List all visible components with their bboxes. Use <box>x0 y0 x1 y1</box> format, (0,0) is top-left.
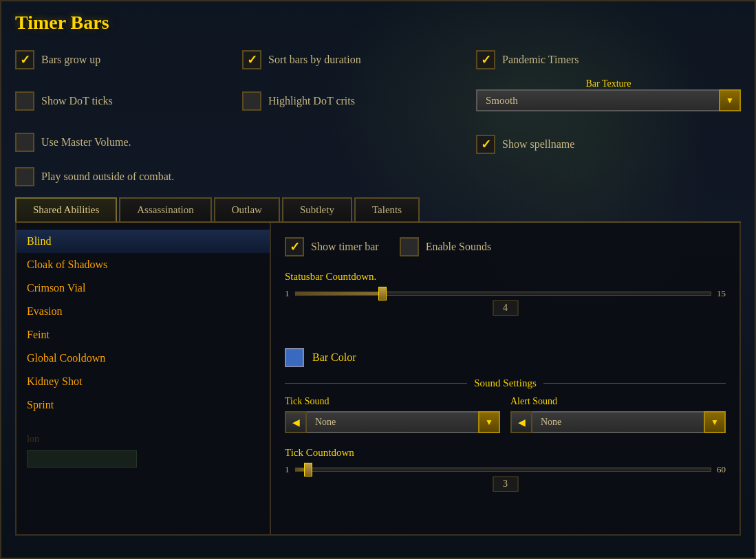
statusbar-max: 15 <box>717 288 726 299</box>
bars-grow-up-checkbox[interactable] <box>15 50 34 69</box>
sort-bars-label: Sort bars by duration <box>268 54 361 66</box>
play-sound-outside-label: Play sound outside of combat. <box>41 171 174 183</box>
sound-settings-divider: Sound Settings <box>285 377 726 389</box>
sound-settings-label: Sound Settings <box>474 377 536 389</box>
show-spellname-checkbox[interactable] <box>476 135 495 154</box>
alert-sound-arrow-icon[interactable] <box>704 411 726 433</box>
ability-item-blind[interactable]: Blind <box>17 230 270 253</box>
alert-sound-value: None <box>532 411 704 433</box>
highlight-dot-crits-row: Highlight DoT crits <box>242 87 469 115</box>
play-sound-outside-checkbox[interactable] <box>15 167 34 186</box>
divider-line-left <box>285 383 467 384</box>
ability-item-global-cd[interactable]: Global Cooldown <box>17 347 270 370</box>
tick-countdown-wrapper: 1 60 3 <box>285 464 726 514</box>
use-master-volume-row: Use Master Volume. <box>15 129 235 156</box>
tick-countdown-label: Tick Countdown <box>285 447 726 459</box>
statusbar-value: 4 <box>493 300 518 316</box>
ability-item-feint[interactable]: Feint <box>17 323 270 347</box>
settings-panel: Show timer bar Enable Sounds Statusbar C… <box>271 223 739 534</box>
tabs-container: Shared Abilities Assassination Outlaw Su… <box>15 197 741 223</box>
bar-color-row: Bar Color <box>285 348 726 367</box>
tick-sound-col: Tick Sound None <box>285 396 500 433</box>
sort-bars-checkbox[interactable] <box>242 50 261 69</box>
show-timer-bar-label: Show timer bar <box>311 241 379 253</box>
faded-item-1: lon <box>27 434 259 445</box>
highlight-dot-crits-checkbox[interactable] <box>242 91 261 111</box>
divider-line-right <box>543 383 726 384</box>
statusbar-countdown-slider[interactable] <box>295 292 712 296</box>
tick-countdown-section: Tick Countdown 1 60 3 <box>285 447 726 514</box>
ability-item-crimson[interactable]: Crimson Vial <box>17 276 270 300</box>
tab-shared-abilities[interactable]: Shared Abilities <box>15 197 117 221</box>
show-timer-bar-row: Show timer bar <box>285 233 379 261</box>
alert-sound-col: Alert Sound None <box>510 396 726 433</box>
highlight-dot-crits-label: Highlight DoT crits <box>268 95 355 107</box>
show-dot-ticks-row: Show DoT ticks <box>15 87 235 115</box>
tab-assassination[interactable]: Assassination <box>119 197 212 221</box>
main-container: Timer Bars Bars grow up Show DoT ticks U <box>0 0 756 559</box>
bar-color-label: Bar Color <box>312 351 356 364</box>
use-master-volume-label: Use Master Volume. <box>41 136 131 149</box>
settings-row-1: Show timer bar Enable Sounds <box>285 233 726 261</box>
sort-bars-row: Sort bars by duration <box>242 46 469 74</box>
tick-sound-dropdown: None <box>285 411 500 433</box>
show-dot-ticks-checkbox[interactable] <box>15 91 34 111</box>
content-area: Timer Bars Bars grow up Show DoT ticks U <box>1 1 755 546</box>
tab-talents[interactable]: Talents <box>354 197 420 221</box>
faded-bar <box>27 450 137 468</box>
tab-subtlety[interactable]: Subtlety <box>282 197 352 221</box>
bar-texture-value: Smooth <box>476 89 719 111</box>
enable-sounds-row: Enable Sounds <box>400 233 492 261</box>
enable-sounds-checkbox[interactable] <box>400 237 419 256</box>
bar-color-swatch[interactable] <box>285 348 304 367</box>
show-timer-bar-checkbox[interactable] <box>285 237 304 256</box>
alert-sound-label: Alert Sound <box>510 396 726 407</box>
tick-sound-play-button[interactable] <box>285 411 307 433</box>
ability-item-sprint[interactable]: Sprint <box>17 393 270 417</box>
statusbar-countdown-label: Statusbar Countdown. <box>285 271 726 283</box>
pandemic-timers-checkbox[interactable] <box>476 50 495 69</box>
enable-sounds-label: Enable Sounds <box>426 241 492 253</box>
show-spellname-row: Show spellname <box>476 131 741 158</box>
ability-item-evasion[interactable]: Evasion <box>17 300 270 323</box>
tick-min: 1 <box>285 464 290 475</box>
play-sound-outside-row: Play sound outside of combat. <box>15 163 235 190</box>
ability-list: Blind Cloak of Shadows Crimson Vial Evas… <box>17 223 271 534</box>
page-title: Timer Bars <box>15 12 741 34</box>
bar-texture-label: Bar Texture <box>585 78 631 89</box>
ability-item-cloak[interactable]: Cloak of Shadows <box>17 253 270 276</box>
col2: Sort bars by duration Highlight DoT crit… <box>242 46 469 190</box>
pandemic-timers-row: Pandemic Timers <box>476 46 741 74</box>
show-dot-ticks-label: Show DoT ticks <box>41 95 113 107</box>
main-panel: Blind Cloak of Shadows Crimson Vial Evas… <box>15 223 741 536</box>
ability-item-kidney[interactable]: Kidney Shot <box>17 370 270 393</box>
pandemic-timers-label: Pandemic Timers <box>502 54 579 66</box>
bar-texture-dropdown[interactable]: Smooth <box>476 89 741 111</box>
statusbar-countdown-section: Statusbar Countdown. 1 15 4 <box>285 271 726 338</box>
tick-value: 3 <box>493 476 518 492</box>
alert-sound-dropdown: None <box>510 411 726 433</box>
tab-outlaw[interactable]: Outlaw <box>214 197 280 221</box>
statusbar-min: 1 <box>285 288 290 299</box>
use-master-volume-checkbox[interactable] <box>15 133 34 152</box>
bars-grow-up-label: Bars grow up <box>41 54 100 66</box>
sound-settings-row: Tick Sound None Alert Sound None <box>285 396 726 433</box>
show-spellname-label: Show spellname <box>502 138 574 151</box>
tick-sound-label: Tick Sound <box>285 396 500 407</box>
bars-grow-up-row: Bars grow up <box>15 46 235 74</box>
tick-max: 60 <box>717 464 726 475</box>
col3: Pandemic Timers Bar Texture Smooth Show … <box>476 46 741 190</box>
tick-sound-value: None <box>307 411 478 433</box>
col1: Bars grow up Show DoT ticks Use Master V… <box>15 46 235 190</box>
bar-texture-arrow-icon[interactable] <box>719 89 741 111</box>
statusbar-countdown-wrapper: 1 15 4 <box>285 288 726 338</box>
alert-sound-play-button[interactable] <box>510 411 532 433</box>
tick-sound-arrow-icon[interactable] <box>478 411 500 433</box>
tick-countdown-slider[interactable] <box>295 468 712 472</box>
